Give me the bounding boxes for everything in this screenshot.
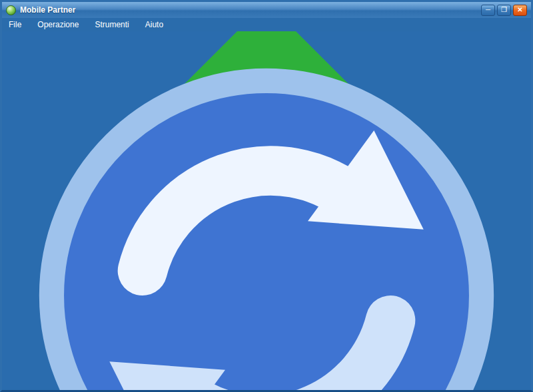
main-toolbar: ConnessioneStatisticheChiamaTestoRubrica… [2, 31, 531, 65]
toolbar-button-connessione[interactable]: Connessione [2, 31, 531, 392]
window-title: Mobile Partner [20, 5, 479, 15]
minimize-button[interactable]: ─ [481, 5, 495, 16]
menu-item-file[interactable]: File [9, 20, 21, 29]
close-button[interactable]: ✕ [513, 5, 527, 16]
menu-item-aiuto[interactable]: Aiuto [145, 20, 163, 29]
title-bar: Mobile Partner ─ ❐ ✕ [2, 2, 531, 18]
menu-bar: FileOperazioneStrumentiAiuto [2, 18, 531, 31]
menu-item-operazione[interactable]: Operazione [37, 20, 79, 29]
maximize-button[interactable]: ❐ [497, 5, 511, 16]
mobile-partner-window: Mobile Partner ─ ❐ ✕ FileOperazioneStrum… [0, 0, 533, 392]
app-globe-icon [6, 5, 16, 15]
menu-item-strumenti[interactable]: Strumenti [95, 20, 129, 29]
